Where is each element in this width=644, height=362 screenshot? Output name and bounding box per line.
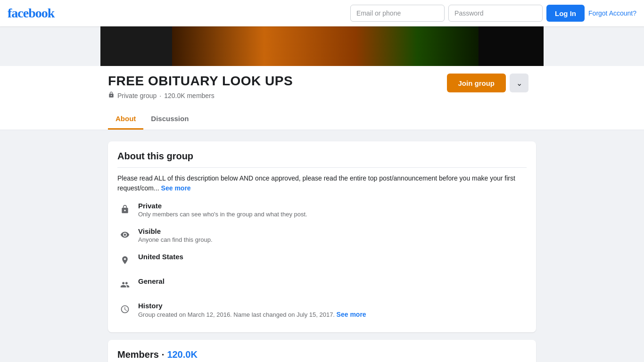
privacy-info-row: Private Only members can see who's in th… — [117, 197, 527, 222]
cover-right-segment — [479, 26, 544, 66]
password-input[interactable] — [448, 5, 543, 22]
group-info-top: FREE OBITUARY LOOK UPS Private group · 1… — [108, 74, 536, 105]
group-privacy: Private group — [117, 92, 157, 99]
members-card-header: Members · 120.0K — [117, 349, 527, 360]
group-title: FREE OBITUARY LOOK UPS — [108, 74, 293, 89]
eye-icon — [117, 227, 132, 242]
location-text-block: United States — [138, 253, 183, 261]
members-label: Members — [117, 349, 159, 360]
login-button[interactable]: Log In — [546, 5, 585, 22]
cover-image-area — [100, 26, 544, 66]
members-separator: · — [162, 349, 165, 360]
members-count: 120.0K — [167, 349, 198, 360]
header: facebook Log In Forgot Account? — [0, 0, 644, 26]
page-content: FREE OBITUARY LOOK UPS Private group · 1… — [0, 26, 644, 362]
cover-center-segment — [172, 26, 479, 66]
group-meta-dot: · — [159, 92, 161, 99]
privacy-text-block: Private Only members can see who's in th… — [138, 202, 307, 218]
group-meta: Private group · 120.0K members — [108, 91, 293, 99]
lock-icon — [117, 202, 132, 217]
lock-icon — [108, 91, 115, 99]
history-title: History — [138, 302, 366, 310]
group-meta-left: FREE OBITUARY LOOK UPS Private group · 1… — [108, 74, 293, 105]
facebook-logo[interactable]: facebook — [8, 6, 54, 21]
header-right: Log In Forgot Account? — [350, 5, 636, 22]
join-group-button[interactable]: Join group — [447, 74, 506, 92]
location-info-row: United States — [117, 248, 527, 272]
see-more-description-link[interactable]: See more — [161, 184, 191, 192]
main-content: About this group Please read ALL of this… — [100, 141, 544, 362]
visibility-title: Visible — [138, 227, 213, 235]
visibility-info-row: Visible Anyone can find this group. — [117, 222, 527, 248]
category-info-row: General — [117, 272, 527, 297]
about-card-title: About this group — [117, 151, 527, 162]
cover-left-segment — [100, 26, 172, 66]
group-actions-row: Join group ⌄ — [447, 74, 529, 92]
history-text-block: History Group created on March 12, 2016.… — [138, 302, 366, 318]
about-card: About this group Please read ALL of this… — [108, 141, 536, 332]
visibility-text-block: Visible Anyone can find this group. — [138, 227, 213, 243]
people-icon — [117, 277, 132, 292]
category-title: General — [138, 277, 165, 285]
tab-discussion[interactable]: Discussion — [143, 109, 196, 130]
group-info-section: FREE OBITUARY LOOK UPS Private group · 1… — [0, 66, 644, 130]
members-card: Members · 120.0K — [108, 340, 536, 362]
history-info-row: History Group created on March 12, 2016.… — [117, 297, 527, 323]
privacy-title: Private — [138, 202, 307, 210]
card-divider — [117, 167, 527, 168]
history-subtitle: Group created on March 12, 2016. Name la… — [138, 311, 366, 318]
location-title: United States — [138, 253, 183, 261]
group-members-count: 120.0K members — [164, 92, 215, 99]
group-description: Please read ALL of this description belo… — [117, 173, 527, 193]
visibility-subtitle: Anyone can find this group. — [138, 236, 213, 243]
forgot-account-link[interactable]: Forgot Account? — [588, 9, 636, 17]
privacy-subtitle: Only members can see who's in the group … — [138, 211, 307, 218]
clock-icon — [117, 302, 132, 317]
location-pin-icon — [117, 253, 132, 268]
group-info-inner: FREE OBITUARY LOOK UPS Private group · 1… — [100, 74, 544, 130]
chevron-down-icon: ⌄ — [516, 79, 522, 88]
see-more-history-link[interactable]: See more — [337, 311, 366, 318]
group-more-options-button[interactable]: ⌄ — [510, 74, 528, 92]
category-text-block: General — [138, 277, 165, 285]
tab-about[interactable]: About — [108, 109, 143, 130]
email-phone-input[interactable] — [350, 5, 445, 22]
tabs-bar: About Discussion — [108, 109, 536, 130]
